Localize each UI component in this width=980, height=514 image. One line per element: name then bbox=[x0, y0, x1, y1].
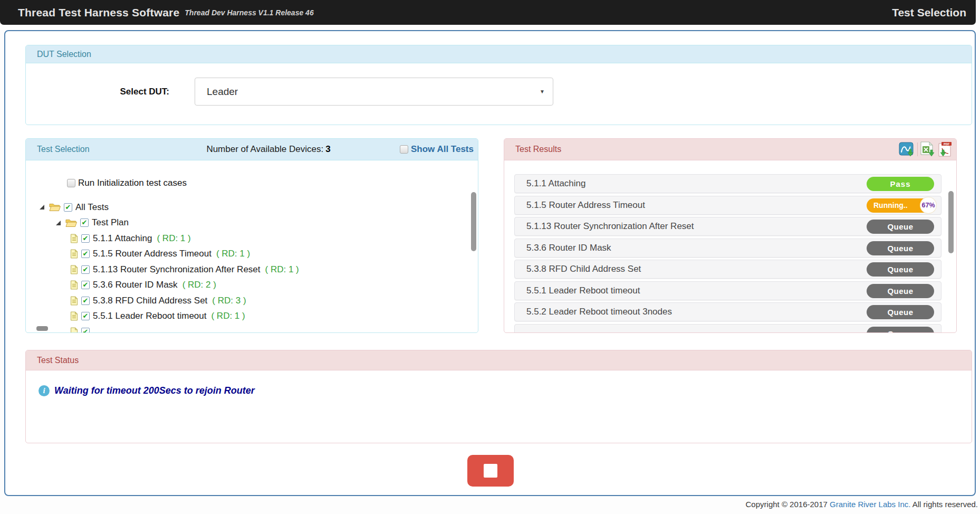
tree-checkbox[interactable] bbox=[81, 297, 90, 305]
tree-item[interactable]: 5.1.5 Router Address Timeout ( RD: 1 ) bbox=[26, 246, 470, 262]
tree-item-all-tests[interactable]: All Tests bbox=[26, 199, 470, 215]
dut-select[interactable]: Leader bbox=[195, 78, 553, 106]
status-badge-queue: Queue bbox=[867, 305, 934, 319]
screen: Thread Test Harness Software Thread Dev … bbox=[0, 0, 980, 514]
result-test-name: 5.5.1 Leader Reboot timeout bbox=[526, 285, 640, 296]
document-icon bbox=[70, 280, 78, 290]
folder-icon bbox=[49, 203, 61, 212]
status-badge-queue: Queue bbox=[867, 284, 934, 298]
tree-item-rd: ( RD: 1 ) bbox=[216, 249, 250, 259]
document-icon bbox=[70, 265, 78, 274]
tree-item[interactable]: 5.5.1 Leader Reboot timeout ( RD: 1 ) bbox=[26, 309, 470, 325]
tree-item[interactable]: 5.1.1 Attaching ( RD: 1 ) bbox=[26, 231, 470, 246]
tree-item-rd: ( RD: 1 ) bbox=[211, 311, 245, 321]
dut-select-wrap: Leader ▼ bbox=[195, 78, 553, 106]
tree-item[interactable]: 5.3.8 RFD Child Address Set ( RD: 3 ) bbox=[26, 293, 470, 309]
dut-selection-panel: DUT Selection Select DUT: Leader ▼ bbox=[25, 45, 972, 125]
test-results-panel-header: Test Results bbox=[504, 139, 956, 160]
page-title: Test Selection bbox=[892, 6, 966, 19]
tree-item-label: 5.3.8 RFD Child Address Set bbox=[93, 296, 207, 306]
show-all-tests-toggle[interactable]: Show All Tests bbox=[400, 139, 474, 160]
tree-item-rd: ( RD: 2 ) bbox=[182, 280, 216, 290]
status-badge-queue: Queue bbox=[867, 220, 934, 234]
test-status-panel-title: Test Status bbox=[37, 356, 79, 365]
tree-item-label: 5.1.5 Router Address Timeout bbox=[93, 249, 212, 259]
expand-arrow-icon[interactable] bbox=[40, 205, 44, 210]
tree-item-label: 5.1.1 Attaching bbox=[93, 233, 152, 244]
status-badge-running: Running.. 67% bbox=[867, 198, 934, 213]
tree-horizontal-scrollbar[interactable] bbox=[36, 326, 48, 331]
icon-separator bbox=[917, 142, 918, 156]
pdf-report-download-icon[interactable]: PDF bbox=[937, 141, 952, 157]
status-message: Waiting for timeout 200Secs to rejoin Ro… bbox=[54, 385, 255, 396]
result-row[interactable]: 5.1.13 Router Synchronization After Rese… bbox=[514, 217, 941, 236]
result-row[interactable]: 5.3.6 Router ID Mask Queue bbox=[514, 239, 941, 258]
status-message-line: i Waiting for timeout 200Secs to rejoin … bbox=[39, 385, 255, 396]
svg-text:PDF: PDF bbox=[944, 142, 950, 146]
stop-button[interactable] bbox=[467, 455, 514, 487]
test-status-panel: Test Status i Waiting for timeout 200Sec… bbox=[25, 350, 972, 443]
test-results-body: 5.1.1 Attaching Pass 5.1.5 Router Addres… bbox=[504, 160, 956, 332]
test-tree: Run Initialization test cases All Tests … bbox=[26, 175, 470, 332]
copyright-suffix: All rights reserved. bbox=[910, 500, 978, 509]
available-devices-text: Number of Available Devices: bbox=[206, 144, 323, 154]
tree-checkbox[interactable] bbox=[81, 281, 90, 289]
tree-item-partial[interactable] bbox=[26, 324, 470, 332]
tree-vertical-scrollbar[interactable] bbox=[471, 192, 476, 251]
document-icon bbox=[70, 296, 78, 306]
tree-item-label: 5.3.6 Router ID Mask bbox=[93, 280, 178, 290]
status-badge-queue: Queue bbox=[867, 262, 934, 277]
tree-item-test-plan[interactable]: Test Plan bbox=[26, 215, 470, 231]
test-results-list: 5.1.1 Attaching Pass 5.1.5 Router Addres… bbox=[514, 174, 941, 332]
tree-checkbox[interactable] bbox=[81, 234, 90, 243]
progress-percent: 67% bbox=[920, 197, 936, 213]
excel-report-download-icon[interactable] bbox=[920, 141, 935, 157]
result-test-name: 5.1.5 Router Address Timeout bbox=[526, 200, 645, 211]
test-results-panel: Test Results bbox=[504, 138, 957, 333]
result-test-name: 5.3.8 RFD Child Address Set bbox=[526, 264, 641, 274]
tree-item[interactable]: 5.3.6 Router ID Mask ( RD: 2 ) bbox=[26, 278, 470, 293]
tree-checkbox[interactable] bbox=[81, 312, 90, 320]
result-row[interactable]: 5.1.1 Attaching Pass bbox=[514, 174, 941, 193]
results-vertical-scrollbar[interactable] bbox=[948, 191, 954, 253]
document-icon bbox=[70, 234, 78, 243]
tree-item-rd: ( RD: 3 ) bbox=[212, 296, 246, 306]
status-badge-queue: Queue bbox=[867, 241, 934, 255]
tree-item-rd: ( RD: 1 ) bbox=[265, 264, 299, 275]
tree-checkbox[interactable] bbox=[80, 218, 89, 227]
tree-checkbox[interactable] bbox=[81, 265, 90, 274]
document-icon bbox=[70, 249, 78, 259]
test-selection-panel: Test Selection Number of Available Devic… bbox=[25, 138, 478, 333]
wireshark-capture-download-icon[interactable] bbox=[899, 142, 915, 157]
result-row[interactable]: 5.5.2 Leader Reboot timeout 3nodes Queue bbox=[514, 302, 941, 321]
status-badge-pass: Pass bbox=[867, 177, 934, 191]
result-row[interactable]: 5.3.8 RFD Child Address Set Queue bbox=[514, 260, 941, 279]
run-initialization-toggle[interactable]: Run Initialization test cases bbox=[67, 175, 470, 191]
copyright-prefix: Copyright © 2016-2017 bbox=[746, 500, 830, 509]
run-initialization-checkbox[interactable] bbox=[67, 179, 75, 187]
app-title: Thread Test Harness Software bbox=[18, 6, 179, 19]
tree-checkbox[interactable] bbox=[81, 250, 90, 258]
test-selection-panel-header: Test Selection Number of Available Devic… bbox=[26, 139, 478, 160]
tree-item-label: Test Plan bbox=[92, 217, 129, 228]
test-selection-panel-title: Test Selection bbox=[37, 145, 90, 154]
result-row-partial[interactable]: Queue bbox=[514, 324, 941, 333]
document-icon bbox=[70, 327, 78, 332]
show-all-tests-label: Show All Tests bbox=[411, 144, 474, 155]
tree-item-label: All Tests bbox=[75, 202, 109, 213]
result-row[interactable]: 5.5.1 Leader Reboot timeout Queue bbox=[514, 281, 941, 300]
tree-item-label: 5.5.1 Leader Reboot timeout bbox=[93, 311, 206, 321]
tree-checkbox[interactable] bbox=[81, 328, 90, 332]
folder-icon bbox=[65, 218, 77, 227]
info-icon: i bbox=[39, 385, 50, 396]
show-all-tests-checkbox[interactable] bbox=[400, 145, 408, 154]
tree-item[interactable]: 5.1.13 Router Synchronization After Rese… bbox=[26, 262, 470, 278]
tree-checkbox[interactable] bbox=[64, 203, 72, 212]
expand-arrow-icon[interactable] bbox=[56, 221, 61, 225]
select-dut-label: Select DUT: bbox=[64, 87, 169, 97]
result-row[interactable]: 5.1.5 Router Address Timeout Running.. 6… bbox=[514, 196, 941, 215]
tree-item-label: 5.1.13 Router Synchronization After Rese… bbox=[93, 264, 261, 275]
tree-item-rd: ( RD: 1 ) bbox=[157, 233, 190, 244]
test-results-panel-title: Test Results bbox=[515, 145, 561, 154]
company-link[interactable]: Granite River Labs Inc. bbox=[830, 500, 910, 509]
